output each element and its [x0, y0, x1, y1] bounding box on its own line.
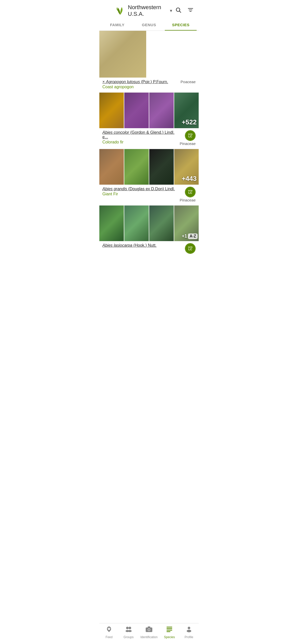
iucn-badge: IUCN LC: [185, 243, 196, 254]
species-scientific-name: × Agropogon lutosus (Poir.) P.Fourn.: [102, 80, 179, 84]
leaf-icon: [115, 5, 126, 16]
app-logo: [115, 5, 126, 16]
species-family: Pinaceae: [180, 141, 196, 146]
iucn-badge: IUCN LC: [185, 130, 196, 141]
species-suffix: (Poir.) P.Fourn.: [140, 80, 168, 84]
location-dropdown-chevron[interactable]: ▾: [170, 8, 172, 13]
location-line1: Northwestern: [128, 4, 168, 11]
iucn-badge-inner: IUCN LC: [185, 131, 195, 140]
species-image-4: +1 A·Z: [174, 206, 199, 241]
species-common-name: Coast agropogon: [102, 85, 179, 89]
species-image-1: [99, 93, 124, 128]
species-suffix: (Douglas ex D.Don) Lindl.: [127, 187, 175, 191]
species-images-abies-concolor: +522: [99, 93, 199, 128]
species-item-abies-grandis[interactable]: +443 Abies grandis (Douglas ex D.Don) Li…: [99, 149, 199, 206]
tab-family[interactable]: FAMILY: [101, 20, 133, 31]
species-image-4: +443: [174, 149, 199, 185]
tab-genus[interactable]: GENUS: [133, 20, 165, 31]
image-count-badge: +522: [182, 118, 197, 126]
iucn-badge-inner: IUCN LC: [185, 244, 195, 253]
iucn-badge-inner: IUCN LC: [185, 187, 195, 197]
species-image-3: [149, 206, 174, 241]
location-title[interactable]: Northwestern U.S.A.: [128, 4, 168, 18]
species-images-abies-lasiocarpa: +1 A·Z: [99, 206, 199, 241]
filter-button[interactable]: [186, 6, 195, 16]
species-common-name: Colorado fir: [102, 140, 178, 144]
species-italic: Abies lasiocarpa: [102, 243, 132, 247]
species-image-1: [99, 206, 124, 241]
species-scientific-name: Abies grandis (Douglas ex D.Don) Lindl.: [102, 187, 178, 191]
species-scientific-name: Abies lasiocarpa (Hook.) Nutt.: [102, 243, 183, 248]
species-family: Poaceae: [181, 80, 196, 84]
species-list: × Agropogon lutosus (Poir.) P.Fourn. Coa…: [99, 31, 199, 277]
species-italic: Abies concolor: [102, 130, 129, 135]
header: Northwestern U.S.A. ▾: [99, 0, 199, 20]
species-image-2: [124, 149, 149, 185]
species-image-4: +522: [174, 93, 199, 128]
svg-line-1: [180, 11, 181, 13]
image-count-badge: +443: [182, 175, 197, 183]
location-line2: U.S.A.: [128, 11, 168, 17]
species-common-name: Giant Fir: [102, 192, 178, 196]
az-badge: A·Z: [188, 233, 198, 239]
grid-view-button[interactable]: [103, 6, 113, 15]
search-button[interactable]: [174, 6, 182, 16]
species-prefix: ×: [102, 80, 106, 84]
species-item-abies-lasiocarpa[interactable]: +1 A·Z Abies lasiocarpa (Hook.) Nutt. IU…: [99, 206, 199, 257]
species-suffix: (Hook.) Nutt.: [132, 243, 156, 247]
species-image-agropogon: [99, 31, 146, 78]
tab-species[interactable]: SPECIES: [165, 20, 197, 31]
species-images-abies-grandis: +443: [99, 149, 199, 185]
header-actions: [174, 6, 195, 16]
species-image-3: [149, 93, 174, 128]
taxonomy-tabs: FAMILY GENUS SPECIES: [99, 20, 199, 31]
species-scientific-name: Abies concolor (Gordon & Glend.) Lindl. …: [102, 130, 178, 139]
species-item-agropogon[interactable]: × Agropogon lutosus (Poir.) P.Fourn. Coa…: [99, 31, 199, 93]
species-family: Pinaceae: [180, 198, 196, 202]
iucn-badge: IUCN LC: [185, 187, 196, 197]
species-image-3: [149, 149, 174, 185]
species-image-1: [99, 149, 124, 185]
species-image-2: [124, 93, 149, 128]
species-italic: Agropogon lutosus: [106, 80, 140, 84]
image-count-badge: +1: [182, 233, 187, 239]
species-italic: Abies grandis: [102, 187, 127, 191]
species-item-abies-concolor[interactable]: +522 Abies concolor (Gordon & Glend.) Li…: [99, 93, 199, 149]
species-image-2: [124, 206, 149, 241]
